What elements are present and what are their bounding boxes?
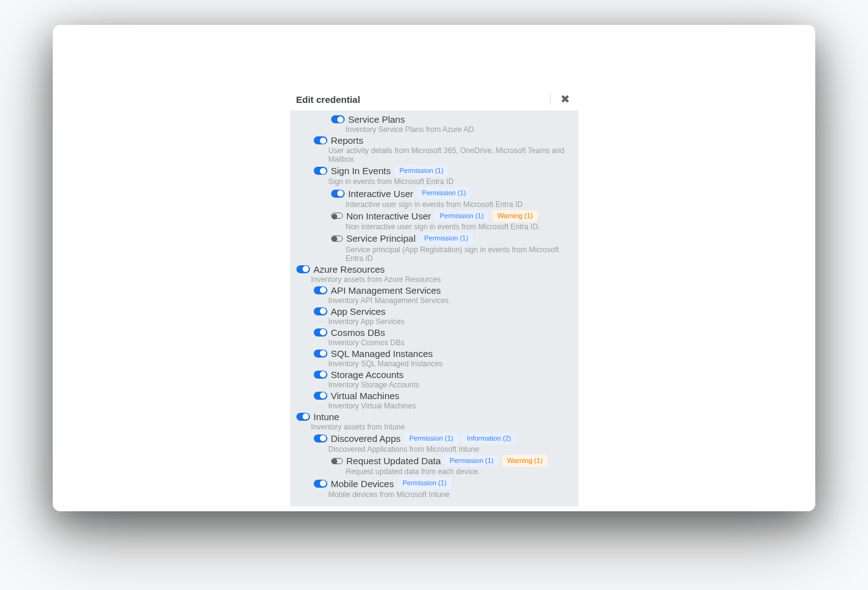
setting-label: Intune: [314, 412, 340, 422]
modal-header: Edit credential ✖: [290, 87, 578, 110]
setting-row-head: Non Interactive UserPermission (1)Warnin…: [331, 210, 572, 222]
setting-row-head: App Services: [314, 306, 572, 317]
setting-row-head: Service Plans: [331, 114, 572, 125]
setting-label: API Management Services: [331, 285, 441, 296]
setting-row-head: Cosmos DBs: [314, 327, 572, 338]
permission-badge[interactable]: Permission (1): [394, 165, 448, 177]
setting-label: Discovered Apps: [331, 433, 401, 444]
setting-label: Interactive User: [348, 188, 414, 199]
setting-row-storage-accounts: Storage AccountsInventory Storage Accoun…: [296, 369, 572, 389]
warning-badge[interactable]: Warning (1): [502, 455, 547, 467]
setting-description: Inventory Cosmos DBs: [329, 338, 572, 347]
toggle-request-updated-data[interactable]: [331, 458, 343, 464]
setting-row-sign-in-events: Sign In EventsPermission (1)Sign in even…: [296, 165, 572, 186]
permission-badge[interactable]: Permission (1): [419, 232, 473, 244]
setting-row-non-interactive-user: Non Interactive UserPermission (1)Warnin…: [296, 210, 572, 231]
setting-row-head: Virtual Machines: [314, 390, 572, 401]
permission-badge[interactable]: Permission (1): [435, 210, 489, 222]
toggle-non-interactive-user[interactable]: [331, 213, 343, 219]
permission-badge[interactable]: Permission (1): [397, 477, 451, 489]
setting-row-interactive-user: Interactive UserPermission (1)Interactiv…: [296, 187, 572, 208]
permission-badge[interactable]: Permission (1): [417, 187, 471, 199]
setting-description: Inventory Service Plans from Azure AD: [346, 125, 572, 134]
setting-row-virtual-machines: Virtual MachinesInventory Virtual Machin…: [296, 390, 572, 410]
setting-description: Inventory App Services: [329, 317, 572, 326]
setting-row-request-updated-data: Request Updated DataPermission (1)Warnin…: [296, 455, 572, 476]
setting-row-sql-managed-instances: SQL Managed InstancesInventory SQL Manag…: [296, 348, 572, 368]
modal-body: Service PlansInventory Service Plans fro…: [290, 110, 578, 506]
setting-description: Discovered Applications from Microsoft I…: [329, 445, 572, 454]
setting-row-head: Discovered AppsPermission (1)Information…: [314, 433, 572, 444]
toggle-app-services[interactable]: [314, 307, 327, 315]
setting-row-head: SQL Managed Instances: [314, 348, 572, 359]
header-divider: [550, 93, 551, 105]
toggle-api-management-services[interactable]: [314, 286, 327, 294]
setting-row-reports: ReportsUser activity details from Micros…: [296, 135, 572, 164]
setting-description: Inventory assets from Intune: [311, 423, 572, 431]
setting-description: Inventory SQL Managed Instances: [329, 359, 572, 368]
toggle-mobile-devices[interactable]: [314, 480, 327, 488]
app-window: Edit credential ✖ Service PlansInventory…: [53, 25, 815, 511]
setting-label: Sign In Events: [331, 165, 391, 176]
setting-row-discovered-apps: Discovered AppsPermission (1)Information…: [296, 433, 572, 454]
setting-label: Request Updated Data: [347, 456, 441, 466]
setting-description: Inventory Virtual Machines: [329, 402, 572, 410]
setting-label: Azure Resources: [314, 264, 385, 275]
setting-row-head: Request Updated DataPermission (1)Warnin…: [331, 455, 572, 467]
setting-row-service-principal: Service PrincipalPermission (1)Service p…: [296, 232, 572, 262]
setting-row-head: Sign In EventsPermission (1): [314, 165, 572, 177]
setting-label: Service Principal: [347, 233, 416, 244]
setting-description: Inventory Storage Accounts: [329, 381, 572, 389]
toggle-azure-resources[interactable]: [296, 265, 310, 273]
setting-row-mobile-devices: Mobile DevicesPermission (1)Mobile devic…: [296, 477, 572, 498]
close-icon[interactable]: ✖: [560, 94, 570, 105]
toggle-storage-accounts[interactable]: [314, 371, 327, 379]
permission-badge[interactable]: Permission (1): [445, 455, 498, 467]
setting-row-head: Mobile DevicesPermission (1): [314, 477, 572, 489]
permission-badge[interactable]: Permission (1): [404, 433, 458, 444]
toggle-reports[interactable]: [314, 136, 327, 144]
toggle-discovered-apps[interactable]: [314, 434, 327, 442]
toggle-interactive-user[interactable]: [331, 190, 345, 198]
setting-row-azure-resources: Azure ResourcesInventory assets from Azu…: [296, 264, 572, 284]
setting-label: Mobile Devices: [331, 478, 394, 489]
toggle-intune[interactable]: [296, 413, 310, 421]
setting-row-head: Service PrincipalPermission (1): [331, 232, 572, 244]
setting-label: Service Plans: [348, 114, 405, 125]
toggle-virtual-machines[interactable]: [314, 392, 327, 400]
setting-label: Non Interactive User: [347, 211, 432, 221]
setting-row-cosmos-dbs: Cosmos DBsInventory Cosmos DBs: [296, 327, 572, 347]
setting-row-head: API Management Services: [314, 285, 572, 296]
setting-label: Reports: [331, 135, 364, 146]
setting-description: Inventory assets from Azure Resources: [311, 275, 572, 284]
setting-description: Interactive user sign in events from Mic…: [346, 200, 572, 209]
setting-row-intune: IntuneInventory assets from Intune: [296, 412, 572, 431]
setting-label: Storage Accounts: [331, 369, 404, 380]
setting-row-service-plans: Service PlansInventory Service Plans fro…: [296, 114, 572, 134]
setting-row-head: Azure Resources: [296, 264, 572, 275]
toggle-service-principal[interactable]: [331, 236, 343, 242]
setting-description: Service principal (App Registration) sig…: [346, 245, 572, 263]
toggle-sign-in-events[interactable]: [314, 167, 327, 175]
setting-row-head: Storage Accounts: [314, 369, 572, 380]
setting-label: SQL Managed Instances: [331, 348, 433, 359]
setting-description: User activity details from Microsoft 365…: [329, 146, 572, 164]
toggle-service-plans[interactable]: [331, 115, 345, 123]
setting-description: Request updated data from each device.: [346, 467, 572, 476]
setting-label: App Services: [331, 306, 386, 317]
setting-label: Virtual Machines: [331, 390, 400, 401]
modal-title: Edit credential: [296, 94, 360, 105]
setting-row-head: Intune: [296, 412, 572, 422]
edit-credential-modal: Edit credential ✖ Service PlansInventory…: [290, 87, 578, 506]
toggle-cosmos-dbs[interactable]: [314, 328, 327, 337]
setting-label: Cosmos DBs: [331, 327, 386, 338]
setting-description: Non interactive user sign in events from…: [346, 222, 572, 231]
information-badge[interactable]: Information (2): [462, 433, 516, 444]
setting-row-head: Reports: [314, 135, 572, 146]
warning-badge[interactable]: Warning (1): [492, 210, 538, 222]
setting-description: Sign in events from Microsoft Entra ID: [329, 177, 572, 186]
toggle-sql-managed-instances[interactable]: [314, 350, 327, 358]
setting-row-api-management-services: API Management ServicesInventory API Man…: [296, 285, 572, 305]
setting-description: Mobile devices from Microsoft Intune: [329, 490, 572, 499]
setting-row-head: Interactive UserPermission (1): [331, 187, 572, 199]
